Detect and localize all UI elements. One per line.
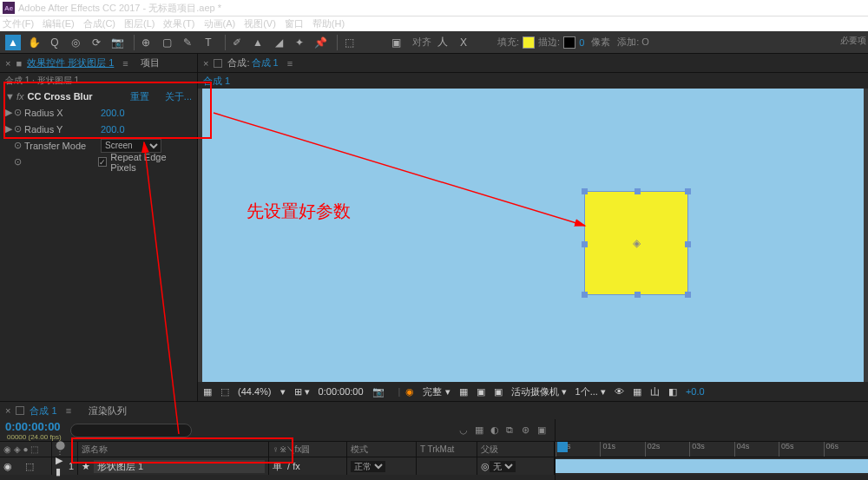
- time-ruler[interactable]: 00s 01s 02s 03s 04s 05s 06s: [556, 442, 868, 457]
- resolution-dropdown[interactable]: 完整 ▾: [423, 385, 450, 398]
- layer-track[interactable]: [556, 457, 868, 475]
- rotate-tool-icon[interactable]: ⟳: [89, 35, 104, 50]
- layer-parent[interactable]: ◎ 无: [477, 457, 555, 475]
- graph-icon[interactable]: ⧉: [506, 424, 518, 436]
- snap-edge-icon[interactable]: X: [456, 35, 471, 50]
- frame-blend-icon[interactable]: ▦: [475, 424, 487, 436]
- handle-tr[interactable]: [685, 188, 691, 194]
- param-row-repeat-edge: ⊙ ✓ Repeat Edge Pixels: [0, 154, 197, 170]
- shape-layer-rect[interactable]: ◈: [584, 191, 688, 295]
- viewport[interactable]: ◈: [198, 89, 868, 382]
- handle-tc[interactable]: [635, 188, 641, 194]
- menu-animation[interactable]: 动画(A): [204, 17, 236, 30]
- close-icon[interactable]: ×: [203, 58, 208, 69]
- comp-name-tab[interactable]: 合成 1: [252, 56, 279, 69]
- col-trkmat[interactable]: T TrkMat: [417, 442, 477, 457]
- transfer-mode-select[interactable]: Screen: [101, 139, 161, 153]
- effects-tab[interactable]: 效果控件 形状图层 1: [27, 56, 114, 69]
- fill-swatch[interactable]: [523, 36, 535, 49]
- mask-icon[interactable]: ▦: [203, 386, 212, 398]
- panel-menu-icon[interactable]: ≡: [122, 58, 128, 69]
- handle-ml[interactable]: [582, 241, 588, 247]
- anchor-icon[interactable]: ◈: [633, 237, 641, 249]
- localaxis-icon[interactable]: ⬚: [341, 35, 357, 50]
- panel-menu-icon[interactable]: [214, 59, 222, 68]
- timeline-search-input[interactable]: [70, 424, 192, 437]
- draft-icon[interactable]: ◉: [405, 386, 414, 398]
- shy-icon[interactable]: ◡: [459, 424, 471, 436]
- menu-help[interactable]: 帮助(H): [312, 17, 345, 30]
- orbit-tool-icon[interactable]: ◎: [68, 35, 83, 50]
- snap-icon[interactable]: ▣: [388, 35, 404, 50]
- timecode[interactable]: 0:00:00:00: [5, 420, 62, 433]
- col-mode[interactable]: 模式: [347, 442, 417, 457]
- stroke-swatch[interactable]: [563, 36, 575, 49]
- col-vis: ◉ ◈ ● ⬚: [0, 442, 52, 457]
- hand-tool-icon[interactable]: ✋: [26, 35, 42, 50]
- menu-edit[interactable]: 编辑(E): [43, 17, 75, 30]
- playhead[interactable]: [557, 442, 568, 452]
- menu-layer[interactable]: 图层(L): [124, 17, 155, 30]
- menu-composition[interactable]: 合成(C): [83, 17, 115, 30]
- panel-menu-icon[interactable]: [16, 406, 24, 415]
- layer-bar[interactable]: [556, 459, 868, 473]
- camera-dropdown[interactable]: 活动摄像机 ▾: [511, 385, 567, 398]
- stamp-tool-icon[interactable]: ▲: [250, 35, 266, 50]
- handle-bl[interactable]: [582, 292, 588, 298]
- layer-vis-toggles[interactable]: ◉ ⬚: [0, 457, 52, 475]
- menu-window[interactable]: 窗口: [285, 17, 304, 30]
- res-dropdown[interactable]: ⊞ ▾: [294, 386, 310, 398]
- region-icon[interactable]: ⬚: [220, 386, 229, 398]
- stopwatch-icon[interactable]: ⊙: [14, 140, 24, 151]
- eraser-tool-icon[interactable]: ◢: [271, 35, 286, 50]
- repeat-edge-checkbox[interactable]: ✓: [98, 157, 108, 167]
- camera-tool-icon[interactable]: 📷: [109, 35, 125, 50]
- timeline-comp-tab[interactable]: 合成 1: [30, 404, 56, 418]
- brush-tool-icon[interactable]: ✐: [229, 35, 245, 50]
- add-label[interactable]: 添加: O: [617, 36, 649, 49]
- 3d-icon[interactable]: 山: [650, 385, 660, 398]
- close-icon[interactable]: ×: [5, 58, 10, 69]
- grid-icon[interactable]: ▦: [459, 386, 468, 398]
- handle-br[interactable]: [685, 292, 691, 298]
- layer-mode-select[interactable]: 正常: [351, 461, 385, 472]
- handle-bc[interactable]: [635, 292, 641, 298]
- pen-tool-icon[interactable]: ✎: [180, 35, 195, 50]
- alpha-icon[interactable]: ◧: [668, 386, 677, 398]
- menu-view[interactable]: 视图(V): [244, 17, 276, 30]
- snapshot-icon[interactable]: 📷: [372, 386, 385, 398]
- roto-tool-icon[interactable]: ✦: [292, 35, 307, 50]
- brain-icon[interactable]: ⊛: [522, 424, 534, 436]
- stopwatch-icon[interactable]: ⊙: [14, 156, 24, 168]
- panel-menu-icon[interactable]: ■: [16, 58, 22, 69]
- time-display[interactable]: 0:00:00:00: [319, 386, 364, 397]
- anchor-tool-icon[interactable]: ⊕: [138, 35, 154, 50]
- channel-icon[interactable]: ▣: [477, 386, 485, 398]
- menu-file[interactable]: 文件(F): [3, 17, 34, 30]
- mask2-icon[interactable]: ▦: [633, 386, 641, 398]
- layer-trkmat[interactable]: [417, 457, 477, 475]
- canvas[interactable]: ◈: [202, 89, 864, 382]
- stroke-width-value[interactable]: 0: [579, 37, 584, 48]
- close-icon[interactable]: ×: [5, 405, 10, 416]
- view-icon[interactable]: 👁: [615, 386, 624, 397]
- selection-tool-icon[interactable]: ▲: [5, 35, 21, 50]
- snap-detail-icon[interactable]: 人: [435, 35, 450, 50]
- zoom-value[interactable]: (44.4%): [238, 386, 272, 397]
- settings-icon[interactable]: ▣: [537, 424, 549, 436]
- motion-blur-icon[interactable]: ◐: [490, 424, 503, 436]
- project-tab[interactable]: 项目: [141, 56, 160, 69]
- rect-tool-icon[interactable]: ▢: [159, 35, 174, 50]
- menu-effect[interactable]: 效果(T): [163, 17, 194, 30]
- puppet-tool-icon[interactable]: 📌: [312, 35, 328, 50]
- channel2-icon[interactable]: ▣: [494, 386, 503, 398]
- handle-mr[interactable]: [685, 241, 691, 247]
- col-parent[interactable]: 父级: [477, 442, 555, 457]
- views-dropdown[interactable]: 1个... ▾: [575, 385, 606, 398]
- zoom-tool-icon[interactable]: Q: [47, 35, 62, 50]
- exposure-value[interactable]: +0.0: [686, 386, 705, 397]
- handle-tl[interactable]: [582, 188, 588, 194]
- text-tool-icon[interactable]: T: [201, 35, 216, 50]
- panel-menu-icon[interactable]: ≡: [287, 58, 293, 69]
- render-queue-tab[interactable]: 渲染队列: [89, 404, 127, 418]
